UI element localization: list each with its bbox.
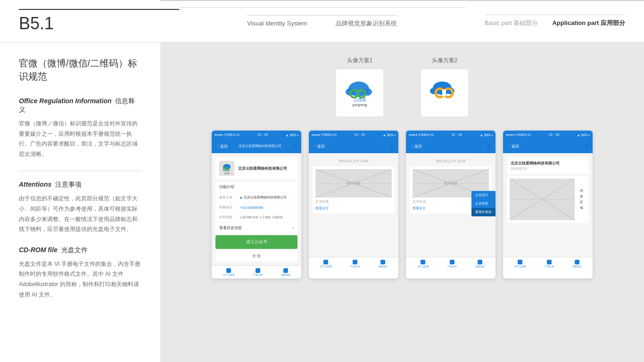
phone2-nav-item1[interactable]: 关于云技星 bbox=[320, 260, 332, 268]
phone1-nav-item1[interactable]: 关于云技星 bbox=[223, 268, 235, 276]
phone3-back: 〈 返回 bbox=[410, 144, 422, 149]
phone4-back: 〈 返回 bbox=[507, 144, 519, 149]
phone3-bottom-nav: 关于云技星 产品分类 优惠动态 bbox=[406, 257, 495, 270]
divider1 bbox=[19, 171, 141, 171]
logo1-svg: yunjixing 云技星 bbox=[341, 74, 379, 112]
phone4-nav-item1[interactable]: 关于云技星 bbox=[514, 260, 526, 268]
main-content: 官微（微博/微信/二维码）标识规范 Office Regulation Info… bbox=[0, 42, 644, 362]
phone3-nav-item1[interactable]: 关于云技星 bbox=[417, 260, 429, 268]
phone1-back: 〈 返回 bbox=[215, 144, 228, 149]
application-part-label: Application part 应用部分 bbox=[552, 19, 625, 27]
phone1-bottom-nav: 关于云技星 产品分类 优惠动态 bbox=[212, 265, 301, 279]
header-right: Basic part 基础部分 Application part 应用部分 bbox=[465, 7, 625, 35]
avatar-section: 头像方案1 yunjixing 云技星 bbox=[179, 57, 625, 116]
phone2-time: 05月31日上午 10:30 bbox=[313, 159, 395, 164]
section3-heading-en: CD-ROM file bbox=[19, 246, 58, 254]
phone1-company-info: 北京云技星网络科技有限公司 bbox=[238, 166, 287, 171]
section3-text: 光盘文件是本 VI 手册电子文件的集合，内含手册制作时的专用软件格式文件。其中 … bbox=[19, 259, 141, 300]
phone4-status: ●●●●● 中国移动 4G 10：30 ▲ 98% ▪ bbox=[503, 131, 593, 139]
dropdown-item2[interactable]: 企业荣誉 bbox=[471, 199, 495, 208]
phone1-profile: 云技星 北京云技星网络科技有限公司 bbox=[215, 157, 297, 180]
phone2-text-area: 文字区域 bbox=[315, 199, 392, 204]
avatar-option1: 头像方案1 yunjixing 云技星 bbox=[336, 57, 383, 116]
page-title: 官微（微博/微信/二维码）标识规范 bbox=[19, 57, 141, 83]
phone4-nav: 〈 返回 👤 bbox=[503, 139, 593, 153]
header: B5.1 Visual Identity System 品牌视觉形象识别系统 B… bbox=[0, 0, 644, 42]
phone4-image-svg bbox=[510, 179, 575, 220]
phone3-nav-item3[interactable]: 优惠动态 bbox=[475, 260, 485, 268]
avatar-option2: 头像方案2 bbox=[421, 57, 468, 116]
phone3-dropdown-menu: 企业简介 企业荣誉 董事长致辞 bbox=[471, 191, 495, 216]
phone1-title: 北京云技星网络科技有限公司 bbox=[228, 144, 292, 148]
phone3-body: 05月31日上午 10:30 图片区域 文字区域 查看全文 bbox=[406, 153, 495, 257]
phone1-logo: 云技星 bbox=[220, 162, 233, 175]
phone1-avatar: 云技星 bbox=[219, 161, 234, 176]
phone4-image bbox=[510, 179, 575, 220]
phone1-history[interactable]: 查看历史消息 › bbox=[215, 222, 297, 233]
phone3-time: 05月31日上午 10:30 bbox=[410, 159, 492, 164]
phone2-article: 图片区域 文字区域 查看全文 bbox=[313, 166, 395, 214]
phone4-text-column: 内 容 区 域 bbox=[577, 179, 586, 220]
svg-text:云技星: 云技星 bbox=[354, 98, 366, 102]
section2-heading-en: Attentions bbox=[19, 181, 51, 188]
phones-section: ●●●●● 中国移动 4G 10：30 ▲ 98% ▪ 〈 返回 北京云技星网络… bbox=[179, 131, 625, 279]
phone1-nav-item3[interactable]: 优惠动态 bbox=[281, 268, 290, 276]
dropdown-item1[interactable]: 企业简介 bbox=[471, 191, 495, 199]
section1-text: 官微（微博／微信）标识规范是企业对外宣传的重要媒介之一，应用时根据本手册规范统一… bbox=[19, 119, 141, 159]
phone1-status: ●●●●● 中国移动 4G 10：30 ▲ 98% ▪ bbox=[212, 131, 301, 139]
phone4-nav-item3[interactable]: 优惠动态 bbox=[572, 260, 582, 268]
phone2-nav-item2[interactable]: 产品分类 bbox=[350, 260, 360, 268]
section-info: Office Regulation Information 信息释义 官微（微博… bbox=[19, 97, 141, 159]
phone4-date: 2018.05.31 bbox=[511, 167, 585, 170]
section2-heading: Attentions 注意事项 bbox=[19, 181, 141, 189]
phone2-bottom-nav: 关于云技星 产品分类 优惠动态 bbox=[309, 257, 398, 270]
phone1-report[interactable]: 举 报 bbox=[215, 251, 297, 262]
phone1-scope: 经营范围 云端 网络 科技 人工智能 云端科技 bbox=[215, 213, 297, 222]
basic-part-label: Basic part 基础部分 bbox=[485, 19, 538, 27]
phone1-body: 云技星 北京云技星网络科技有限公司 功能介绍 服务主体 ■ 北京云技星网络科技有 bbox=[212, 153, 301, 265]
dropdown-item3[interactable]: 董事长致辞 bbox=[471, 208, 495, 216]
svg-text:yunjixing: yunjixing bbox=[352, 103, 367, 107]
phone3-nav-item2[interactable]: 产品分类 bbox=[447, 260, 457, 268]
phone4-bottom-nav: 关于云技星 产品分类 优惠动态 bbox=[503, 257, 593, 270]
avatar-box2 bbox=[421, 69, 468, 116]
section1-heading: Office Regulation Information 信息释义 bbox=[19, 97, 141, 114]
phone2-image: 图片区域 bbox=[315, 169, 392, 197]
svg-text:云技星: 云技星 bbox=[224, 172, 230, 174]
phone2-back: 〈 返回 bbox=[313, 144, 325, 149]
page-id: B5.1 bbox=[19, 9, 179, 33]
section2-heading-cn: 注意事项 bbox=[55, 181, 82, 188]
avatar-option1-label: 头像方案1 bbox=[347, 57, 373, 65]
phone2-mockup: ●●●●● 中国移动 4G 10：30 ▲ 98% ▪ 〈 返回 👤 05月31… bbox=[309, 131, 398, 279]
svg-rect-12 bbox=[442, 90, 446, 96]
section3-heading: CD-ROM file 光盘文件 bbox=[19, 246, 141, 255]
phone3-nav: 〈 返回 👤 bbox=[406, 139, 495, 153]
phone1-enter[interactable]: 进入公众号 bbox=[215, 235, 297, 249]
phone1-phone: 客服电话 +010-88888588 bbox=[215, 203, 297, 212]
avatar-option2-label: 头像方案2 bbox=[432, 57, 458, 65]
logo2-svg bbox=[426, 74, 463, 112]
left-panel: 官微（微博/微信/二维码）标识规范 Office Regulation Info… bbox=[0, 42, 160, 362]
phone4-company: 北京云技星网络科技有限公司 bbox=[511, 161, 585, 166]
phone2-read-more[interactable]: 查看全文 bbox=[315, 206, 392, 211]
phone1-nav-item2[interactable]: 产品分类 bbox=[253, 268, 263, 276]
header-left: B5.1 bbox=[19, 9, 179, 33]
header-center: Visual Identity System 品牌视觉形象识别系统 bbox=[179, 7, 465, 35]
phone2-nav: 〈 返回 👤 bbox=[309, 139, 398, 153]
phone1-service-body: 服务主体 ■ 北京云技星网络科技有限公司 bbox=[215, 193, 297, 202]
phone4-mockup: ●●●●● 中国移动 4G 10：30 ▲ 98% ▪ 〈 返回 👤 北京云技星… bbox=[503, 131, 593, 279]
phone4-body: 北京云技星网络科技有限公司 2018.05.31 bbox=[503, 153, 593, 257]
phone1-menu1: 功能介绍 bbox=[215, 181, 297, 192]
phone3-mockup: ●●●●● 中国移动 4G 10：30 ▲ 98% ▪ 〈 返回 👤 05月31… bbox=[406, 131, 495, 279]
phone2-nav-item3[interactable]: 优惠动态 bbox=[378, 260, 388, 268]
phone1-mockup: ●●●●● 中国移动 4G 10：30 ▲ 98% ▪ 〈 返回 北京云技星网络… bbox=[212, 131, 301, 279]
phone4-article-body: 内 容 区 域 bbox=[507, 176, 589, 223]
right-panel: 头像方案1 yunjixing 云技星 bbox=[160, 42, 644, 362]
phone3-dropdown: 企业简介 企业荣誉 董事长致辞 bbox=[471, 191, 495, 216]
section1-heading-en: Office Regulation Information bbox=[19, 97, 112, 105]
section3-heading-cn: 光盘文件 bbox=[61, 246, 88, 254]
vis-label-cn: 品牌视觉形象识别系统 bbox=[336, 19, 397, 28]
phone4-nav-item2[interactable]: 产品分类 bbox=[545, 260, 554, 268]
phone4-article-header: 北京云技星网络科技有限公司 2018.05.31 bbox=[507, 157, 589, 174]
vis-label-en: Visual Identity System bbox=[247, 20, 307, 27]
